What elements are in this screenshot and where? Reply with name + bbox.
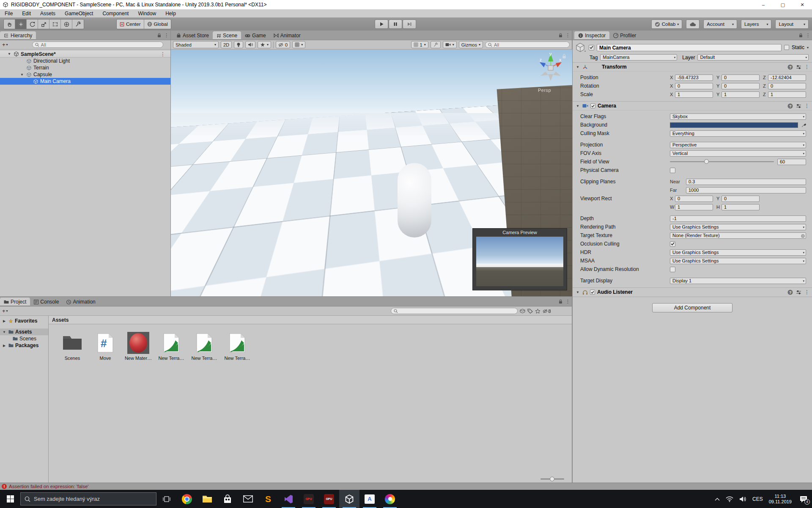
scale-z-field[interactable]: 1 [768,91,806,98]
hidden-packages-toggle[interactable]: 8 [543,309,551,314]
rendering-path-dropdown[interactable]: Use Graphics Settings▾ [670,224,806,230]
layers-dropdown[interactable]: Layers▾ [741,19,772,29]
scene-search-input[interactable]: All [485,41,570,48]
depth-field[interactable]: -1 [670,215,806,222]
rotate-tool-icon[interactable] [27,19,38,29]
taskbar-icon-mail[interactable] [238,490,258,508]
close-icon[interactable]: ✕ [793,0,812,9]
start-button[interactable] [0,490,20,508]
search-by-label-icon[interactable] [527,309,533,314]
camera-enabled-checkbox[interactable] [590,103,595,108]
taskbar-icon-file-explorer[interactable] [197,490,217,508]
tab-profiler[interactable]: Profiler [609,31,640,40]
position-y-field[interactable]: 0 [721,75,760,81]
volume-icon[interactable] [739,496,746,502]
msaa-dropdown[interactable]: Use Graphics Settings▾ [670,258,806,264]
tab-project[interactable]: Project [0,298,30,306]
menu-assets[interactable]: Assets [36,9,60,18]
asset-new-terrain-1[interactable]: New Terra… [158,332,185,361]
taskbar-icon-gpu-tweak[interactable]: GPU [299,490,319,508]
component-menu-icon[interactable]: ⋮ [804,64,809,70]
clear-flags-dropdown[interactable]: Skybox▾ [670,113,806,120]
tab-game[interactable]: Game [241,31,270,40]
allow-dynamic-resolution-checkbox[interactable] [670,267,675,272]
hierarchy-row-scene[interactable]: ▼ SampleScene* ⋮ [0,51,170,58]
account-dropdown[interactable]: Account▾ [703,19,737,29]
asset-new-material[interactable]: New Mater… [125,332,152,361]
menu-help[interactable]: Help [161,9,181,18]
scale-y-field[interactable]: 1 [721,91,760,98]
taskbar-icon-paint-3d[interactable] [380,490,400,508]
position-z-field[interactable]: -12.62404 [768,75,806,81]
camera-section-header[interactable]: ▼ Camera ? ⋮ [573,101,812,110]
presets-icon[interactable] [796,104,801,108]
step-button[interactable] [403,19,416,29]
hierarchy-row-directional-light[interactable]: Directional Light [0,58,170,64]
maximize-icon[interactable]: ▢ [773,0,793,9]
menu-gameobject[interactable]: GameObject [60,9,98,18]
status-bar[interactable]: ! Assertion failed on expression: 'false… [0,483,812,490]
asset-new-terrain-3[interactable]: New Terra… [224,332,251,361]
help-icon[interactable]: ? [787,64,793,70]
projection-dropdown[interactable]: Perspective▾ [670,142,806,148]
tab-asset-store[interactable]: Asset Store [173,31,213,40]
viewport-y-field[interactable]: 0 [721,196,760,202]
eyedropper-icon[interactable] [801,123,806,127]
culling-mask-dropdown[interactable]: Everything▾ [670,130,806,137]
rect-tool-icon[interactable] [49,19,61,29]
notification-center-button[interactable]: 4 [799,495,808,503]
move-tool-icon[interactable] [15,19,27,29]
scene-viewport[interactable]: y x z Persp Camera Preview [171,50,572,296]
audio-listener-enabled-checkbox[interactable] [590,290,595,295]
keyboard-language[interactable]: CES [752,496,763,502]
shading-mode-dropdown[interactable]: Shaded▾ [173,41,219,48]
lock-icon[interactable] [799,33,803,38]
taskbar-icon-console-window[interactable]: A [359,490,380,508]
occlusion-culling-checkbox[interactable] [670,241,675,247]
asset-new-terrain-2[interactable]: New Terra… [191,332,218,361]
projection-mode-label[interactable]: Persp [538,88,551,93]
position-x-field[interactable]: -59.47323 [675,75,713,81]
fov-axis-dropdown[interactable]: Vertical▾ [670,150,806,157]
tree-item-favorites[interactable]: ▶ Favorites [0,318,48,324]
viewport-w-field[interactable]: 1 [675,204,713,210]
taskbar-icon-sublime-text[interactable]: S [258,490,278,508]
capsule-object[interactable] [398,163,431,237]
target-display-dropdown[interactable]: Display 1▾ [670,278,806,284]
icon-size-slider[interactable] [540,478,564,480]
hierarchy-search-input[interactable]: All [32,41,163,48]
object-name-field[interactable]: Main Camera [597,44,782,51]
rotation-x-field[interactable]: 0 [675,83,713,89]
scene-camera-dropdown[interactable]: ▾ [443,41,457,48]
custom-tool-icon[interactable] [72,19,84,29]
2d-toggle[interactable]: 2D [221,41,232,48]
static-flags-dropdown-icon[interactable]: ▾ [807,46,809,50]
taskbar-icon-unity[interactable] [339,490,359,508]
hand-tool-icon[interactable] [4,19,15,29]
save-search-icon[interactable] [535,309,540,314]
layer-dropdown[interactable]: Default▾ [697,54,809,61]
scene-audio-toggle[interactable] [245,41,255,48]
field-of-view-slider[interactable] [670,161,774,162]
menu-edit[interactable]: Edit [17,9,36,18]
field-of-view-field[interactable]: 60 [777,159,806,165]
scene-visibility-toggle[interactable]: 0 [276,41,290,48]
tab-animation[interactable]: Animation [63,298,99,306]
lock-icon[interactable] [157,33,161,38]
viewport-h-field[interactable]: 1 [721,204,760,210]
viewport-x-field[interactable]: 0 [675,196,713,202]
background-color-swatch[interactable] [670,122,798,128]
object-picker-icon[interactable] [801,234,805,238]
wifi-icon[interactable] [726,496,733,502]
scene-lighting-toggle[interactable] [234,41,243,48]
space-toggle[interactable]: Global [144,19,171,29]
hidden-icons-chevron-icon[interactable] [715,497,720,501]
panel-menu-icon[interactable]: ⋮ [565,299,570,304]
static-checkbox[interactable] [784,45,789,50]
pivot-toggle[interactable]: Center [117,19,144,29]
presets-icon[interactable] [796,65,801,69]
layout-dropdown[interactable]: Layout▾ [775,19,809,29]
help-icon[interactable]: ? [787,103,793,109]
panel-menu-icon[interactable]: ⋮ [164,33,169,38]
menu-file[interactable]: File [0,9,17,18]
